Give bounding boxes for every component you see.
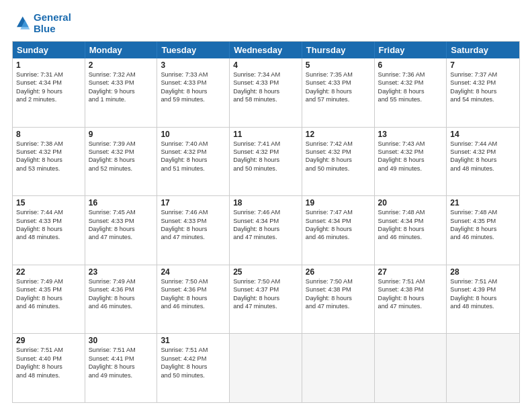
cell-line-2: Daylight: 8 hours (450, 225, 516, 233)
cell-line-1: Sunset: 4:41 PM (89, 355, 154, 363)
cell-line-3: and 47 minutes. (378, 302, 443, 310)
cell-line-3: and 58 minutes. (233, 95, 298, 103)
cell-line-2: Daylight: 8 hours (16, 363, 81, 371)
cell-line-0: Sunrise: 7:50 AM (306, 277, 371, 285)
cell-line-3: and 1 minute. (89, 95, 154, 103)
header-day-monday: Monday (85, 42, 158, 58)
cell-line-2: Daylight: 8 hours (16, 294, 81, 302)
cell-line-3: and 46 minutes. (161, 302, 226, 310)
cell-line-3: and 46 minutes. (306, 233, 371, 241)
cell-line-1: Sunset: 4:34 PM (378, 217, 443, 225)
day-number: 10 (161, 130, 226, 139)
cell-line-0: Sunrise: 7:35 AM (306, 71, 371, 79)
cell-line-2: Daylight: 8 hours (16, 225, 81, 233)
day-cell-11: 11Sunrise: 7:41 AMSunset: 4:32 PMDayligh… (230, 128, 302, 196)
header-day-tuesday: Tuesday (157, 42, 230, 58)
cell-line-0: Sunrise: 7:51 AM (89, 346, 154, 354)
cell-line-3: and 51 minutes. (161, 165, 226, 173)
cell-line-3: and 49 minutes. (378, 165, 443, 173)
day-number: 23 (89, 267, 154, 277)
cell-line-1: Sunset: 4:32 PM (378, 148, 443, 156)
cell-line-0: Sunrise: 7:46 AM (161, 208, 226, 216)
day-cell-30: 30Sunrise: 7:51 AMSunset: 4:41 PMDayligh… (85, 334, 158, 402)
day-cell-3: 3Sunrise: 7:33 AMSunset: 4:33 PMDaylight… (157, 58, 230, 127)
day-cell-10: 10Sunrise: 7:40 AMSunset: 4:32 PMDayligh… (157, 128, 230, 196)
day-number: 30 (89, 336, 154, 345)
day-number: 19 (306, 198, 371, 208)
cell-line-1: Sunset: 4:35 PM (450, 217, 516, 225)
cell-line-2: Daylight: 8 hours (89, 294, 154, 302)
empty-cell (302, 334, 375, 402)
header-day-friday: Friday (375, 42, 447, 58)
day-number: 28 (450, 267, 516, 277)
cell-line-3: and 54 minutes. (450, 95, 516, 103)
cell-line-0: Sunrise: 7:51 AM (161, 346, 226, 354)
cell-line-3: and 2 minutes. (16, 95, 81, 103)
cell-line-2: Daylight: 8 hours (450, 87, 516, 95)
day-number: 25 (233, 267, 298, 277)
cell-line-3: and 48 minutes. (450, 165, 516, 173)
cell-line-0: Sunrise: 7:44 AM (16, 208, 81, 216)
day-cell-13: 13Sunrise: 7:43 AMSunset: 4:32 PMDayligh… (375, 128, 447, 196)
cell-line-1: Sunset: 4:33 PM (233, 79, 298, 87)
cell-line-3: and 57 minutes. (306, 95, 371, 103)
cell-line-1: Sunset: 4:39 PM (450, 285, 516, 293)
cell-line-2: Daylight: 8 hours (306, 225, 371, 233)
cell-line-1: Sunset: 4:37 PM (233, 285, 298, 293)
cell-line-1: Sunset: 4:32 PM (16, 148, 81, 156)
cell-line-1: Sunset: 4:33 PM (161, 217, 226, 225)
cell-line-1: Sunset: 4:33 PM (16, 217, 81, 225)
day-cell-26: 26Sunrise: 7:50 AMSunset: 4:38 PMDayligh… (302, 265, 375, 334)
day-cell-20: 20Sunrise: 7:48 AMSunset: 4:34 PMDayligh… (375, 196, 447, 265)
cell-line-2: Daylight: 8 hours (378, 294, 443, 302)
cell-line-2: Daylight: 8 hours (378, 225, 443, 233)
day-cell-21: 21Sunrise: 7:48 AMSunset: 4:35 PMDayligh… (447, 196, 519, 265)
cell-line-3: and 47 minutes. (306, 302, 371, 310)
day-cell-22: 22Sunrise: 7:49 AMSunset: 4:35 PMDayligh… (13, 265, 85, 334)
header: General Blue (12, 12, 520, 34)
cell-line-2: Daylight: 8 hours (89, 363, 154, 371)
day-number: 17 (161, 198, 226, 208)
day-cell-16: 16Sunrise: 7:45 AMSunset: 4:33 PMDayligh… (85, 196, 158, 265)
calendar-week-4: 22Sunrise: 7:49 AMSunset: 4:35 PMDayligh… (13, 265, 519, 334)
day-number: 20 (378, 198, 443, 208)
cell-line-3: and 47 minutes. (233, 233, 298, 241)
cell-line-2: Daylight: 8 hours (161, 363, 226, 371)
cell-line-2: Daylight: 8 hours (233, 225, 298, 233)
day-cell-4: 4Sunrise: 7:34 AMSunset: 4:33 PMDaylight… (230, 58, 302, 127)
day-number: 5 (306, 60, 371, 70)
day-number: 7 (450, 60, 516, 70)
cell-line-0: Sunrise: 7:47 AM (306, 208, 371, 216)
cell-line-0: Sunrise: 7:50 AM (161, 277, 226, 285)
logo-icon (12, 14, 31, 33)
day-cell-24: 24Sunrise: 7:50 AMSunset: 4:36 PMDayligh… (157, 265, 230, 334)
cell-line-0: Sunrise: 7:45 AM (89, 208, 154, 216)
day-number: 16 (89, 198, 154, 208)
calendar-body: 1Sunrise: 7:31 AMSunset: 4:34 PMDaylight… (13, 58, 519, 402)
cell-line-1: Sunset: 4:38 PM (378, 285, 443, 293)
calendar-week-1: 1Sunrise: 7:31 AMSunset: 4:34 PMDaylight… (13, 58, 519, 127)
header-day-thursday: Thursday (302, 42, 375, 58)
cell-line-2: Daylight: 8 hours (306, 156, 371, 164)
cell-line-0: Sunrise: 7:48 AM (450, 208, 516, 216)
day-cell-31: 31Sunrise: 7:51 AMSunset: 4:42 PMDayligh… (157, 334, 230, 402)
cell-line-1: Sunset: 4:34 PM (306, 217, 371, 225)
day-cell-19: 19Sunrise: 7:47 AMSunset: 4:34 PMDayligh… (302, 196, 375, 265)
cell-line-0: Sunrise: 7:49 AM (89, 277, 154, 285)
cell-line-0: Sunrise: 7:44 AM (450, 140, 516, 148)
cell-line-1: Sunset: 4:32 PM (161, 148, 226, 156)
cell-line-1: Sunset: 4:32 PM (450, 79, 516, 87)
cell-line-0: Sunrise: 7:48 AM (378, 208, 443, 216)
cell-line-1: Sunset: 4:33 PM (89, 217, 154, 225)
day-number: 13 (378, 130, 443, 139)
cell-line-2: Daylight: 8 hours (306, 294, 371, 302)
cell-line-3: and 50 minutes. (233, 165, 298, 173)
day-number: 31 (161, 336, 226, 345)
day-number: 29 (16, 336, 81, 345)
cell-line-3: and 46 minutes. (16, 302, 81, 310)
cell-line-0: Sunrise: 7:42 AM (306, 140, 371, 148)
calendar: SundayMondayTuesdayWednesdayThursdayFrid… (12, 41, 520, 403)
cell-line-0: Sunrise: 7:40 AM (161, 140, 226, 148)
cell-line-0: Sunrise: 7:31 AM (16, 71, 81, 79)
cell-line-0: Sunrise: 7:33 AM (161, 71, 226, 79)
